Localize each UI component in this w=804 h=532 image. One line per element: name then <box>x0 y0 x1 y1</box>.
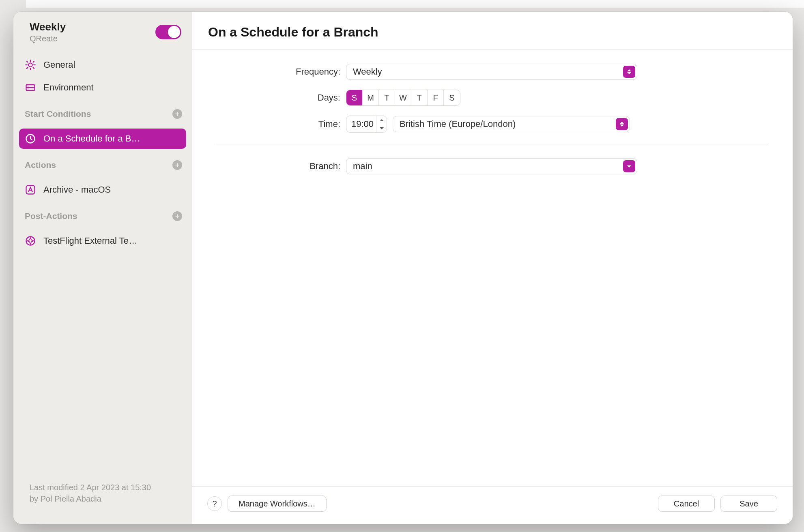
branch-label: Branch: <box>216 161 346 172</box>
sidebar-item-label: Environment <box>43 82 181 93</box>
add-start-condition-button[interactable]: + <box>172 109 182 119</box>
time-stepper[interactable] <box>376 116 387 132</box>
day-tuesday[interactable]: T <box>379 90 395 105</box>
section-label: Actions <box>25 160 56 170</box>
sidebar-item-environment[interactable]: Environment <box>19 77 186 98</box>
manage-workflows-button[interactable]: Manage Workflows… <box>228 496 327 512</box>
workflow-editor-modal: Weekly QReate General Environment <box>13 12 793 524</box>
timezone-select[interactable]: British Time (Europe/London) <box>393 116 630 132</box>
frequency-select[interactable]: Weekly <box>346 64 637 80</box>
last-modified-date: Last modified 2 Apr 2023 at 15:30 <box>30 482 181 493</box>
section-post-actions: Post-Actions + <box>13 202 192 223</box>
sidebar-item-archive-macos[interactable]: Archive - macOS <box>19 180 186 200</box>
branch-value: main <box>353 161 372 172</box>
cancel-button[interactable]: Cancel <box>658 496 715 512</box>
svg-point-4 <box>28 88 28 89</box>
svg-point-0 <box>28 63 32 66</box>
day-sunday[interactable]: S <box>346 90 363 105</box>
svg-point-3 <box>28 86 28 86</box>
time-value: 19:00 <box>350 119 376 129</box>
main-footer: ? Manage Workflows… Cancel Save <box>192 486 793 524</box>
chevron-updown-icon <box>623 66 635 78</box>
app-store-icon <box>25 184 36 195</box>
stepper-up-icon[interactable] <box>376 116 387 124</box>
server-icon <box>25 82 36 93</box>
frequency-value: Weekly <box>353 66 382 77</box>
add-post-action-button[interactable]: + <box>172 211 182 221</box>
workflow-enabled-toggle[interactable] <box>155 25 181 39</box>
sidebar-item-schedule-branch[interactable]: On a Schedule for a B… <box>19 129 186 149</box>
section-actions: Actions + <box>13 151 192 172</box>
clock-history-icon <box>25 133 36 144</box>
stepper-down-icon[interactable] <box>376 124 387 132</box>
day-thursday[interactable]: T <box>411 90 428 105</box>
add-action-button[interactable]: + <box>172 160 182 170</box>
section-start-conditions: Start Conditions + <box>13 100 192 121</box>
main-header: On a Schedule for a Branch <box>192 12 793 50</box>
last-modified-by: by Pol Piella Abadia <box>30 493 181 504</box>
main-panel: On a Schedule for a Branch Frequency: We… <box>192 12 793 524</box>
sidebar-item-testflight[interactable]: TestFlight External Te… <box>19 231 186 251</box>
sidebar-item-label: On a Schedule for a B… <box>43 133 181 144</box>
help-button[interactable]: ? <box>207 496 222 511</box>
day-wednesday[interactable]: W <box>395 90 411 105</box>
time-label: Time: <box>216 119 346 129</box>
sidebar-footer: Last modified 2 Apr 2023 at 15:30 by Pol… <box>13 482 192 524</box>
timezone-value: British Time (Europe/London) <box>400 119 516 129</box>
section-label: Start Conditions <box>25 109 91 119</box>
section-label: Post-Actions <box>25 211 77 221</box>
frequency-label: Frequency: <box>216 66 346 77</box>
chevron-down-icon <box>623 160 635 172</box>
sidebar-item-label: Archive - macOS <box>43 184 181 195</box>
workflow-subtitle: QReate <box>30 34 155 43</box>
save-button[interactable]: Save <box>720 496 777 512</box>
testflight-icon <box>25 235 36 247</box>
days-segmented-control: S M T W T F S <box>346 90 460 106</box>
time-field[interactable]: 19:00 <box>346 116 387 133</box>
gear-icon <box>25 59 36 71</box>
days-label: Days: <box>216 92 346 103</box>
sidebar-item-general[interactable]: General <box>19 55 186 75</box>
day-friday[interactable]: F <box>428 90 444 105</box>
chevron-updown-icon <box>616 118 628 130</box>
day-saturday[interactable]: S <box>444 90 460 105</box>
branch-select[interactable]: main <box>346 158 637 174</box>
day-monday[interactable]: M <box>363 90 379 105</box>
page-title: On a Schedule for a Branch <box>208 25 776 40</box>
sidebar-item-label: General <box>43 60 181 70</box>
sidebar-item-label: TestFlight External Te… <box>43 236 181 246</box>
divider <box>216 144 768 144</box>
workflow-title: Weekly <box>30 21 155 33</box>
sidebar: Weekly QReate General Environment <box>13 12 192 524</box>
